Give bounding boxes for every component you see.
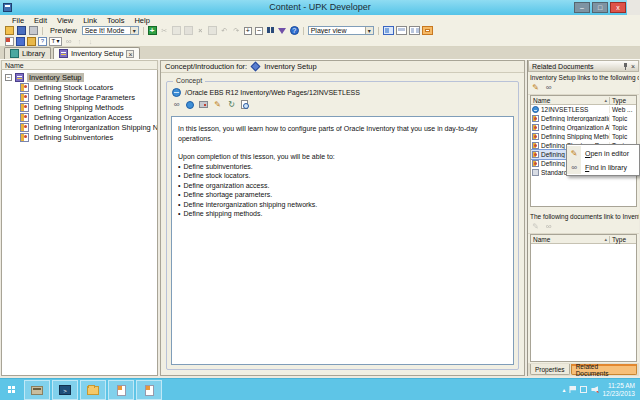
tab-library[interactable]: Library	[4, 47, 51, 59]
toolbar-icon[interactable]	[266, 26, 275, 35]
toolbar-icon[interactable]	[148, 26, 157, 35]
context-menu-item[interactable]: Find in library	[567, 160, 639, 174]
open-in-editor-icon[interactable]	[531, 222, 540, 231]
tab-properties[interactable]: Properties	[530, 364, 570, 375]
collapse-node-icon[interactable]	[5, 74, 12, 81]
toolbar-icon[interactable]	[27, 37, 36, 46]
toolbar-icon[interactable]	[184, 26, 193, 35]
document-type-icon	[532, 169, 539, 176]
close-panel-icon[interactable]	[631, 63, 635, 70]
view-mode-select[interactable]: Player view	[308, 26, 374, 35]
toolbar-icon[interactable]	[232, 26, 241, 35]
upk-document-icon	[145, 385, 154, 396]
layout-toggle-icon[interactable]	[383, 26, 394, 35]
layout-toggle-icon[interactable]	[409, 26, 420, 35]
separator	[42, 27, 43, 35]
edit-icon[interactable]	[213, 100, 222, 109]
table-row[interactable]: Defining Organization Access Topic	[531, 123, 636, 132]
table-row[interactable]: Defining Interorganization S... Topic	[531, 114, 636, 123]
system-tray: 11:25 AM 12/23/2013	[562, 382, 640, 398]
name-column-header[interactable]: Name	[531, 236, 609, 243]
toolbar-icon[interactable]	[49, 37, 62, 46]
open-in-editor-icon[interactable]	[531, 83, 540, 92]
name-column-header[interactable]: Name	[531, 97, 609, 104]
toolbar-icon[interactable]	[196, 26, 205, 35]
toolbar-icon[interactable]	[220, 26, 229, 35]
tree-root-label[interactable]: Inventory Setup	[27, 73, 84, 82]
toolbar-icon[interactable]	[64, 37, 73, 46]
type-column-header[interactable]: Type	[609, 97, 636, 104]
file-explorer-button[interactable]	[80, 380, 106, 400]
context-menu-item[interactable]: Open in editor	[567, 146, 639, 160]
server-manager-button[interactable]	[24, 380, 50, 400]
layout-toggle-icon[interactable]	[396, 26, 407, 35]
toolbar-icon[interactable]	[16, 37, 25, 46]
tree-item[interactable]: Defining Stock Locators	[2, 82, 157, 92]
menu-item[interactable]: Link	[78, 16, 102, 25]
toolbar-icon[interactable]	[29, 26, 38, 35]
menu-item[interactable]: View	[52, 16, 78, 25]
minimize-button[interactable]: –	[574, 2, 590, 13]
create-link-icon[interactable]	[172, 100, 181, 109]
toolbar-icon[interactable]	[38, 37, 47, 46]
type-column-header[interactable]: Type	[609, 236, 636, 243]
find-in-library-icon[interactable]	[544, 83, 553, 92]
powershell-button[interactable]	[52, 380, 78, 400]
chevron-down-icon[interactable]	[130, 27, 138, 34]
tree-item[interactable]: Defining Organization Access	[2, 112, 157, 122]
toolbar-icon[interactable]	[208, 26, 217, 35]
toolbar-icon[interactable]	[17, 26, 26, 35]
related-documents-panel: Related Documents Inventory Setup links …	[527, 60, 639, 376]
document-type-icon	[532, 106, 539, 113]
tree-item[interactable]: Defining Subinventories	[2, 132, 157, 142]
upk-window-button[interactable]	[108, 380, 134, 400]
refresh-icon[interactable]	[227, 100, 236, 109]
tree-root-row[interactable]: Inventory Setup	[2, 72, 157, 82]
toolbar-icon[interactable]	[5, 26, 14, 35]
preview-icon[interactable]	[241, 100, 248, 109]
toolbar-icon[interactable]	[244, 27, 252, 35]
module-icon	[15, 73, 24, 82]
table-row[interactable]: Defining Shipping Methods Topic	[531, 132, 636, 141]
toolbar-icon[interactable]	[172, 26, 181, 35]
menu-item[interactable]: Help	[129, 16, 154, 25]
tree-item[interactable]: Defining Interorganization Shipping Netw…	[2, 122, 157, 132]
upk-window-button[interactable]	[136, 380, 162, 400]
toolbar-icon[interactable]	[255, 27, 263, 35]
pin-icon[interactable]	[622, 63, 629, 70]
tree-item[interactable]: Defining Shipping Methods	[2, 102, 157, 112]
tab-related-documents[interactable]: Related Documents	[571, 364, 637, 375]
menu-item[interactable]: File	[7, 16, 29, 25]
close-button[interactable]: x	[610, 2, 626, 13]
menu-item[interactable]: Edit	[29, 16, 52, 25]
volume-muted-icon[interactable]	[591, 386, 598, 393]
find-in-library-icon[interactable]	[544, 222, 553, 231]
print-icon[interactable]	[199, 101, 208, 108]
toolbar-icon[interactable]	[160, 26, 169, 35]
toolbar-icon[interactable]	[75, 37, 84, 46]
tab-inventory-setup[interactable]: Inventory Setup	[53, 47, 141, 59]
topic-icon	[20, 103, 29, 112]
outline-column-header[interactable]: Name	[1, 60, 158, 70]
action-center-icon[interactable]	[569, 386, 576, 393]
toolbar-icon[interactable]	[86, 37, 95, 46]
toolbar-icon[interactable]	[278, 26, 287, 35]
concept-content[interactable]: In this lesson, you will learn how to co…	[171, 116, 514, 365]
chevron-down-icon[interactable]	[365, 27, 373, 34]
toolbar-icon[interactable]	[5, 37, 14, 46]
browse-web-icon[interactable]	[186, 101, 194, 109]
table-row[interactable]: 12INVSETLESS Web ...	[531, 105, 636, 114]
layout-toggle-icon[interactable]	[422, 26, 433, 35]
network-icon[interactable]	[580, 386, 587, 393]
tray-expand-icon[interactable]	[562, 386, 565, 393]
menu-item[interactable]: Tools	[102, 16, 130, 25]
start-button[interactable]	[1, 380, 22, 400]
tree-item[interactable]: Defining Shortage Parameters	[2, 92, 157, 102]
toolbar-icon[interactable]	[290, 26, 299, 35]
clock[interactable]: 11:25 AM 12/23/2013	[602, 382, 635, 398]
close-tab-icon[interactable]	[126, 50, 134, 58]
lesson-intro: In this lesson, you will learn how to co…	[178, 124, 507, 143]
restore-button[interactable]: □	[592, 2, 608, 13]
playback-mode-select[interactable]: See It! Mode	[82, 26, 139, 35]
separator	[303, 27, 304, 35]
